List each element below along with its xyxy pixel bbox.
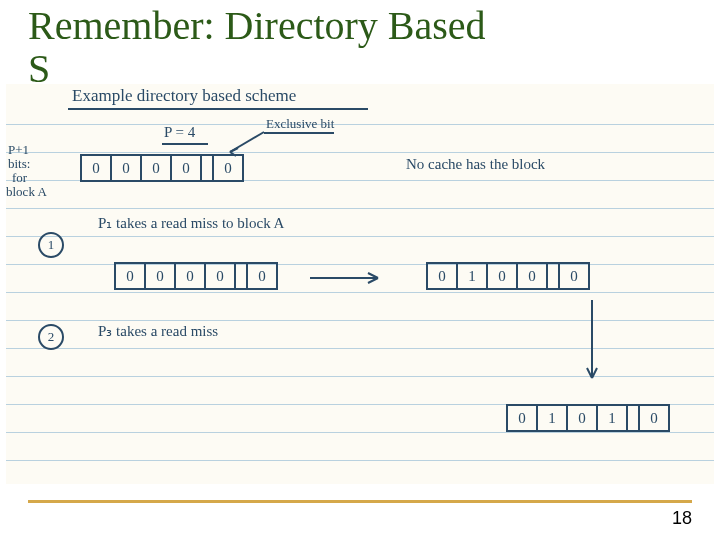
handwritten-notes: Example directory based scheme P = 4 Exc… xyxy=(6,84,714,484)
arrow-right-icon xyxy=(306,270,386,286)
no-cache-text: No cache has the block xyxy=(406,156,545,173)
step1-text: P₁ takes a read miss to block A xyxy=(98,214,284,232)
bits-step1-after: 0 1 0 0 0 xyxy=(426,262,590,290)
paper-rule xyxy=(6,124,714,125)
side-label: block A xyxy=(6,184,47,200)
page-number: 18 xyxy=(672,508,692,529)
bit-cell: 0 xyxy=(176,264,206,288)
arrow-down-icon xyxy=(582,296,602,386)
bits-step2-after: 0 1 0 1 0 xyxy=(506,404,670,432)
bit-cell: 0 xyxy=(116,264,146,288)
bits-step1-before: 0 0 0 0 0 xyxy=(114,262,278,290)
heading-underline xyxy=(68,108,368,110)
bit-gap xyxy=(202,156,214,180)
bit-cell: 0 xyxy=(508,406,538,430)
p-equals-4: P = 4 xyxy=(164,124,195,141)
bit-cell: 1 xyxy=(538,406,568,430)
bits-initial: 0 0 0 0 0 xyxy=(80,154,244,182)
paper-rule xyxy=(6,432,714,433)
bit-cell: 0 xyxy=(146,264,176,288)
paper-rule xyxy=(6,292,714,293)
slide: Remember: Directory Based S Example dire… xyxy=(0,0,720,540)
paper-rule xyxy=(6,264,714,265)
bit-gap xyxy=(548,264,560,288)
bit-cell: 0 xyxy=(214,156,242,180)
slide-title: Remember: Directory Based S xyxy=(28,4,486,90)
paper-rule xyxy=(6,320,714,321)
bit-cell: 0 xyxy=(488,264,518,288)
paper-rule xyxy=(6,348,714,349)
paper-rule xyxy=(6,208,714,209)
p-underline xyxy=(162,143,208,145)
step-num: 2 xyxy=(48,329,55,344)
bit-cell: 0 xyxy=(568,406,598,430)
bit-cell: 0 xyxy=(172,156,202,180)
exclusive-bit-label: Exclusive bit xyxy=(266,116,334,132)
exclbit-underline xyxy=(264,132,334,134)
bit-cell: 0 xyxy=(428,264,458,288)
bit-cell: 0 xyxy=(112,156,142,180)
step2-text: P₃ takes a read miss xyxy=(98,322,218,340)
bit-gap xyxy=(236,264,248,288)
bit-cell: 0 xyxy=(142,156,172,180)
bit-gap xyxy=(628,406,640,430)
notes-heading: Example directory based scheme xyxy=(72,86,296,106)
paper-rule xyxy=(6,236,714,237)
step-num: 1 xyxy=(48,237,55,252)
paper-rule xyxy=(6,460,714,461)
bit-cell: 0 xyxy=(640,406,668,430)
bit-cell: 0 xyxy=(206,264,236,288)
footer-divider xyxy=(28,500,692,503)
step-circle-1: 1 xyxy=(38,232,64,258)
bit-cell: 0 xyxy=(82,156,112,180)
bit-cell: 1 xyxy=(458,264,488,288)
paper-rule xyxy=(6,376,714,377)
bit-cell: 0 xyxy=(248,264,276,288)
bit-cell: 1 xyxy=(598,406,628,430)
title-line-1: Remember: Directory Based xyxy=(28,3,486,48)
paper-rule xyxy=(6,152,714,153)
bit-cell: 0 xyxy=(560,264,588,288)
bit-cell: 0 xyxy=(518,264,548,288)
step-circle-2: 2 xyxy=(38,324,64,350)
